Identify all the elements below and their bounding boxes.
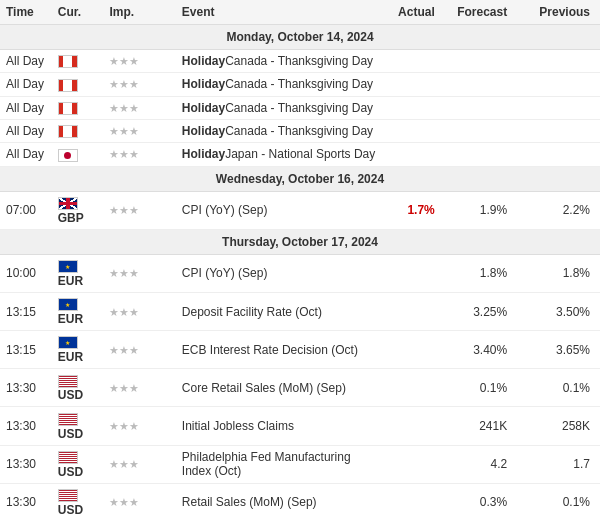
forecast-value: 1.9% [480,203,507,217]
event-forecast: 3.40% [445,331,517,369]
event-previous [517,119,600,142]
table-row: 13:30 USD ★★★ Philadelphia Fed Manufactu… [0,445,600,483]
event-time: 13:30 [0,445,52,483]
event-time: 13:15 [0,331,52,369]
event-detail: Canada - Thanksgiving Day [225,124,373,138]
event-detail: Canada - Thanksgiving Day [225,54,373,68]
star-icon: ★ [109,267,119,279]
event-label: Holiday [182,101,225,115]
section-header-label: Wednesday, October 16, 2024 [0,166,600,191]
star-icon: ★ [119,306,129,318]
event-detail: Canada - Thanksgiving Day [225,101,373,115]
event-description: HolidayCanada - Thanksgiving Day [176,96,383,119]
flag-us [58,413,78,426]
event-actual [383,50,445,73]
event-previous: 258K [517,407,600,445]
flag-eu: ★ [58,260,78,273]
event-actual [383,331,445,369]
event-actual [383,369,445,407]
event-currency [52,143,104,166]
event-forecast [445,50,517,73]
forecast-value: 241K [479,419,507,433]
event-description: Core Retail Sales (MoM) (Sep) [176,369,383,407]
event-label: Philadelphia Fed Manufacturing Index (Oc… [182,450,351,478]
economic-calendar-table: Time Cur. Imp. Event Actual Forecast Pre… [0,0,600,520]
event-label: ECB Interest Rate Decision (Oct) [182,343,358,357]
event-description: HolidayJapan - National Sports Day [176,143,383,166]
event-time: All Day [0,50,52,73]
forecast-value: 0.3% [480,495,507,509]
event-time: All Day [0,73,52,96]
table-body: Monday, October 14, 2024 All Day ★★★ Hol… [0,25,600,521]
event-currency: USD [52,445,104,483]
event-description: Philadelphia Fed Manufacturing Index (Oc… [176,445,383,483]
star-icon: ★ [119,55,129,67]
table-row: 13:15 ★EUR ★★★ Deposit Facility Rate (Oc… [0,292,600,330]
col-header-time: Time [0,0,52,25]
currency-label: EUR [58,312,83,326]
event-forecast: 1.9% [445,191,517,229]
previous-value: 3.65% [556,343,590,357]
star-icon: ★ [129,382,139,394]
star-icon: ★ [129,78,139,90]
event-description: Retail Sales (MoM) (Sep) [176,483,383,520]
table-row: All Day ★★★ HolidayCanada - Thanksgiving… [0,119,600,142]
star-icon: ★ [119,102,129,114]
currency-label: USD [58,503,83,517]
event-time: 13:30 [0,369,52,407]
table-row: 10:00 ★EUR ★★★ CPI (YoY) (Sep) 1.8% 1.8% [0,254,600,292]
flag-us [58,451,78,464]
col-header-forecast: Forecast [445,0,517,25]
event-forecast: 3.25% [445,292,517,330]
star-icon: ★ [119,496,129,508]
star-icon: ★ [109,125,119,137]
event-previous: 1.7 [517,445,600,483]
event-time: 13:15 [0,292,52,330]
event-previous [517,73,600,96]
flag-us [58,375,78,388]
event-previous [517,96,600,119]
section-header-row: Thursday, October 17, 2024 [0,229,600,254]
currency-label: GBP [58,211,84,225]
event-detail: Canada - Thanksgiving Day [225,77,373,91]
star-icon: ★ [119,420,129,432]
event-importance: ★★★ [103,50,175,73]
event-actual [383,407,445,445]
event-time: 13:30 [0,483,52,520]
event-importance: ★★★ [103,483,175,520]
currency-label: USD [58,388,83,402]
event-label: Holiday [182,147,225,161]
event-currency [52,73,104,96]
previous-value: 0.1% [563,495,590,509]
star-icon: ★ [109,306,119,318]
table-row: All Day ★★★ HolidayCanada - Thanksgiving… [0,50,600,73]
table-row: 13:15 ★EUR ★★★ ECB Interest Rate Decisio… [0,331,600,369]
event-importance: ★★★ [103,331,175,369]
flag-canada [58,79,78,92]
event-forecast [445,119,517,142]
event-importance: ★★★ [103,73,175,96]
currency-label: EUR [58,274,83,288]
star-icon: ★ [129,306,139,318]
star-icon: ★ [129,458,139,470]
star-icon: ★ [119,148,129,160]
event-forecast: 4.2 [445,445,517,483]
star-icon: ★ [109,55,119,67]
star-icon: ★ [129,344,139,356]
star-icon: ★ [109,496,119,508]
event-currency: ★EUR [52,254,104,292]
event-importance: ★★★ [103,191,175,229]
event-currency: ★EUR [52,331,104,369]
event-importance: ★★★ [103,292,175,330]
event-previous: 0.1% [517,369,600,407]
previous-value: 1.8% [563,266,590,280]
table-header-row: Time Cur. Imp. Event Actual Forecast Pre… [0,0,600,25]
event-label: Deposit Facility Rate (Oct) [182,305,322,319]
star-icon: ★ [129,102,139,114]
event-label: Holiday [182,54,225,68]
col-header-importance: Imp. [103,0,175,25]
section-header-label: Monday, October 14, 2024 [0,25,600,50]
flag-japan [58,149,78,162]
event-time: 10:00 [0,254,52,292]
event-actual [383,143,445,166]
